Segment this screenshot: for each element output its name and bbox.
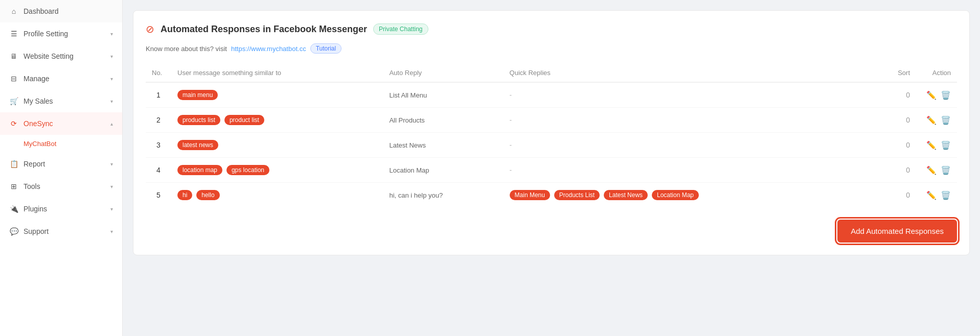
private-chatting-badge: Private Chatting	[373, 23, 428, 35]
sidebar-item-profile-setting[interactable]: ☰ Profile Setting ▾	[0, 22, 122, 45]
sidebar-label-onesync: OneSync	[24, 119, 53, 128]
sidebar-label-website-setting: Website Setting	[24, 52, 74, 60]
row-4-no: 4	[146, 158, 171, 183]
row-2-no: 2	[146, 108, 171, 133]
tag-products-list: products list	[177, 115, 220, 125]
chevron-down-icon: ▾	[110, 206, 113, 212]
tutorial-badge[interactable]: Tutorial	[310, 43, 342, 54]
row-5-auto-reply: hi, can i help you?	[383, 183, 503, 208]
tools-icon: ⊞	[9, 182, 18, 191]
table-row: 5 hi hello hi, can i help you? Main Menu…	[146, 183, 957, 208]
row-5-action: ✏️ 🗑️	[916, 183, 957, 208]
row-2-auto-reply: All Products	[383, 108, 503, 133]
table-row: 2 products list product list All Product…	[146, 108, 957, 133]
qr-tag-location-map: Location Map	[652, 190, 699, 200]
sidebar-item-my-sales[interactable]: 🛒 My Sales ▾	[0, 90, 122, 112]
sidebar-label-my-sales: My Sales	[24, 97, 53, 105]
sidebar-label-plugins: Plugins	[24, 205, 47, 213]
row-1-auto-reply: List All Menu	[383, 82, 503, 108]
automated-responses-icon: ⊘	[146, 23, 154, 35]
sidebar-item-dashboard[interactable]: ⌂ Dashboard	[0, 0, 122, 22]
delete-icon[interactable]: 🗑️	[941, 115, 951, 125]
info-row: Know more about this? visit https://www.…	[146, 43, 957, 54]
sidebar-submenu-mychatbot[interactable]: MyChatBot	[0, 135, 122, 153]
delete-icon[interactable]: 🗑️	[941, 165, 951, 175]
table-row: 4 location map gps location Location Map…	[146, 158, 957, 183]
row-3-sort: 0	[875, 133, 916, 158]
row-2-sort: 0	[875, 108, 916, 133]
delete-icon[interactable]: 🗑️	[941, 190, 951, 200]
edit-icon[interactable]: ✏️	[926, 140, 937, 150]
tag-latest-news: latest news	[177, 140, 218, 150]
table-row: 1 main menu List All Menu - 0 ✏️ 🗑️	[146, 82, 957, 108]
col-no: No.	[146, 64, 171, 82]
col-auto-reply: Auto Reply	[383, 64, 503, 82]
sidebar-item-onesync[interactable]: ⟳ OneSync ▴	[0, 112, 122, 135]
tag-hello: hello	[196, 190, 219, 200]
support-icon: 💬	[9, 227, 18, 236]
sidebar-item-manage[interactable]: ⊟ Manage ▾	[0, 67, 122, 90]
sidebar-item-plugins[interactable]: 🔌 Plugins ▾	[0, 198, 122, 220]
row-4-tags: location map gps location	[171, 158, 383, 183]
row-5-quick-replies: Main Menu Products List Latest News Loca…	[504, 183, 875, 208]
col-user-message: User message something similar to	[171, 64, 383, 82]
sidebar-item-report[interactable]: 📋 Report ▾	[0, 153, 122, 175]
tag-gps-location: gps location	[226, 165, 269, 175]
qr-tag-latest-news: Latest News	[604, 190, 648, 200]
col-action: Action	[916, 64, 957, 82]
sidebar-item-tools[interactable]: ⊞ Tools ▾	[0, 175, 122, 198]
tag-product-list: product list	[224, 115, 264, 125]
row-4-quick-replies: -	[504, 158, 875, 183]
col-quick-replies: Quick Replies	[504, 64, 875, 82]
info-text: Know more about this? visit	[146, 45, 227, 53]
chevron-down-icon: ▾	[110, 184, 113, 189]
page-header: ⊘ Automated Responses in Facebook Messen…	[146, 23, 957, 35]
add-button-row: Add Automated Responses	[146, 220, 957, 243]
row-1-quick-replies: -	[504, 82, 875, 108]
sidebar-label-tools: Tools	[24, 182, 40, 190]
row-5-no: 5	[146, 183, 171, 208]
row-3-action: ✏️ 🗑️	[916, 133, 957, 158]
chevron-down-icon: ▾	[110, 161, 113, 167]
chevron-down-icon: ▾	[110, 99, 113, 104]
submenu-label-mychatbot: MyChatBot	[24, 140, 56, 148]
edit-icon[interactable]: ✏️	[926, 90, 937, 100]
edit-icon[interactable]: ✏️	[926, 115, 937, 125]
row-2-quick-replies: -	[504, 108, 875, 133]
col-sort: Sort	[875, 64, 916, 82]
delete-icon[interactable]: 🗑️	[941, 90, 951, 100]
sidebar-label-report: Report	[24, 160, 45, 168]
row-2-tags: products list product list	[171, 108, 383, 133]
info-link[interactable]: https://www.mychatbot.cc	[231, 45, 306, 53]
main-content: ⊘ Automated Responses in Facebook Messen…	[123, 0, 980, 336]
qr-tag-products-list: Products List	[554, 190, 600, 200]
tag-hi: hi	[177, 190, 192, 200]
add-automated-responses-button[interactable]: Add Automated Responses	[837, 220, 957, 243]
automated-responses-card: ⊘ Automated Responses in Facebook Messen…	[133, 10, 970, 255]
tag-location-map: location map	[177, 165, 222, 175]
sidebar-item-website-setting[interactable]: 🖥 Website Setting ▾	[0, 45, 122, 67]
row-1-tags: main menu	[171, 82, 383, 108]
delete-icon[interactable]: 🗑️	[941, 140, 951, 150]
row-2-action: ✏️ 🗑️	[916, 108, 957, 133]
row-1-no: 1	[146, 82, 171, 108]
qr-tag-main-menu: Main Menu	[510, 190, 550, 200]
manage-icon: ⊟	[9, 74, 18, 83]
onesync-icon: ⟳	[9, 119, 18, 128]
row-4-action: ✏️ 🗑️	[916, 158, 957, 183]
chevron-down-icon: ▾	[110, 31, 113, 37]
row-4-auto-reply: Location Map	[383, 158, 503, 183]
automated-responses-table: No. User message something similar to Au…	[146, 64, 957, 207]
page-title: Automated Responses in Facebook Messenge…	[161, 24, 367, 35]
row-3-no: 3	[146, 133, 171, 158]
chevron-up-icon: ▴	[110, 121, 113, 127]
chevron-down-icon: ▾	[110, 76, 113, 82]
sidebar-item-support[interactable]: 💬 Support ▾	[0, 220, 122, 243]
edit-icon[interactable]: ✏️	[926, 190, 937, 200]
plugins-icon: 🔌	[9, 204, 18, 213]
home-icon: ⌂	[9, 7, 18, 16]
edit-icon[interactable]: ✏️	[926, 165, 937, 175]
row-1-sort: 0	[875, 82, 916, 108]
row-3-quick-replies: -	[504, 133, 875, 158]
profile-icon: ☰	[9, 29, 18, 38]
